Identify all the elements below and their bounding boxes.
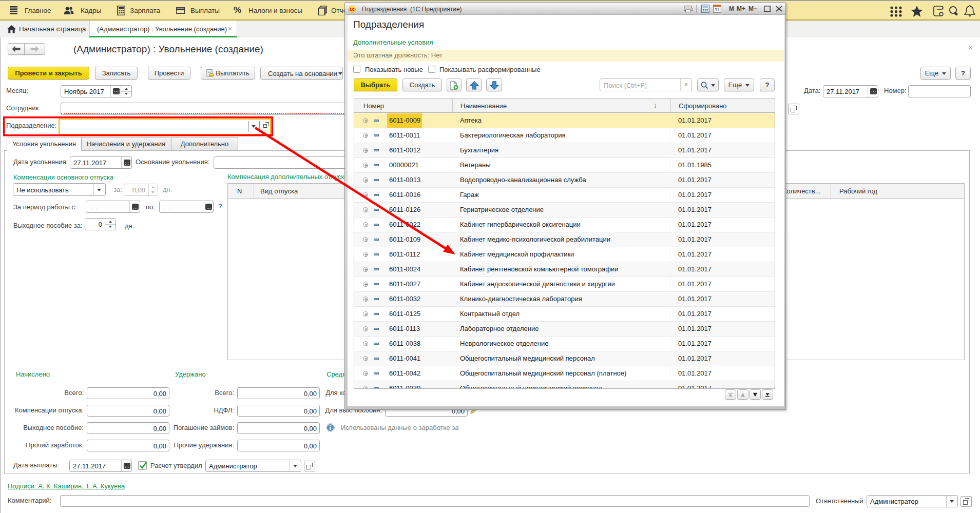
svg-text:1С: 1С xyxy=(350,7,355,12)
svg-text:31: 31 xyxy=(715,7,720,12)
